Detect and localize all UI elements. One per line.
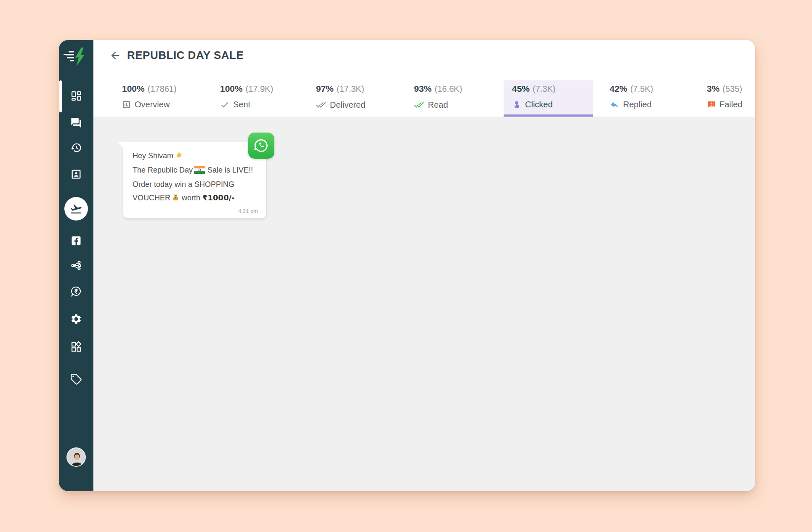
tab-failed[interactable]: 3%(535) Failed	[698, 80, 755, 117]
clicked-tap-icon	[512, 100, 521, 109]
main-panel: REPUBLIC DAY SALE 100%(17861) Overview 1…	[93, 40, 755, 491]
tab-read[interactable]: 93%(16.6K) Read	[406, 80, 495, 117]
tab-label-text: Overview	[135, 100, 170, 109]
overview-count: (17861)	[148, 83, 177, 94]
delivered-percent: 97%	[316, 83, 334, 94]
replied-arrow-icon	[610, 100, 619, 109]
sidebar-item-tags[interactable]	[67, 370, 85, 388]
tab-label-text: Failed	[719, 100, 742, 109]
failed-alert-icon	[707, 100, 716, 109]
sidebar	[59, 40, 93, 491]
sent-count: (17.9K)	[246, 83, 273, 94]
clicked-percent: 45%	[512, 83, 530, 94]
stats-tab-bar: 100%(17861) Overview 100%(17.9K) Sent 97…	[93, 80, 755, 117]
message-line-2: The Republic DaySale is LIVE!!	[133, 164, 258, 178]
facebook-icon	[70, 235, 82, 247]
whatsapp-message-preview: Hey Shivam The Republic DaySale is LIVE!…	[123, 142, 266, 218]
failed-count: (535)	[722, 83, 742, 94]
tab-label-text: Replied	[623, 100, 652, 109]
sidebar-item-integrations[interactable]	[67, 256, 85, 275]
back-button[interactable]	[106, 46, 125, 65]
sidebar-item-conversations[interactable]	[67, 114, 85, 132]
app-window: REPUBLIC DAY SALE 100%(17861) Overview 1…	[59, 40, 755, 491]
sent-check-icon	[220, 100, 229, 109]
whatsapp-logo-icon	[248, 133, 274, 159]
delivered-double-check-icon	[316, 100, 326, 110]
dashboard-icon	[70, 90, 82, 102]
sidebar-item-settings[interactable]	[67, 310, 85, 328]
message-line-4: VOUCHER$worth ₹1000/-	[133, 191, 258, 206]
flight-takeoff-icon	[70, 202, 82, 215]
sidebar-item-campaigns[interactable]	[64, 197, 88, 221]
tab-label-text: Clicked	[525, 100, 553, 109]
message-timestamp: 4:31 pm	[133, 208, 258, 214]
rupee-chat-icon	[70, 285, 82, 297]
money-bag-emoji: $	[172, 193, 180, 206]
message-line-3: Order today win a SHOPPING	[133, 178, 258, 191]
tab-replied[interactable]: 42%(7.5K) Replied	[601, 80, 690, 117]
sidebar-item-history[interactable]	[67, 138, 85, 157]
tab-label-text: Delivered	[330, 100, 365, 110]
page-title: REPUBLIC DAY SALE	[127, 49, 244, 62]
message-line-1: Hey Shivam	[133, 149, 258, 164]
user-avatar[interactable]	[66, 447, 86, 467]
tab-label-text: Sent	[233, 100, 250, 109]
sidebar-scroll-indicator	[59, 80, 62, 112]
aisensy-flash-logo-icon	[63, 47, 90, 67]
replied-percent: 42%	[610, 83, 627, 94]
failed-percent: 3%	[707, 83, 719, 94]
delivered-count: (17.3K)	[337, 83, 364, 94]
read-percent: 93%	[414, 83, 432, 94]
user-photo	[67, 448, 86, 467]
header: REPUBLIC DAY SALE	[93, 40, 755, 80]
sidebar-item-facebook[interactable]	[67, 231, 85, 250]
tab-overview[interactable]: 100%(17861) Overview	[114, 80, 203, 117]
tag-icon	[70, 373, 82, 385]
read-count: (16.6K)	[435, 83, 462, 94]
contact-card-icon	[70, 168, 82, 180]
india-flag-emoji	[194, 165, 205, 178]
tab-delivered[interactable]: 97%(17.3K) Delivered	[308, 80, 397, 117]
voucher-amount: ₹1000/-	[202, 193, 235, 202]
replied-count: (7.5K)	[630, 83, 653, 94]
overview-percent: 100%	[122, 83, 145, 94]
sent-percent: 100%	[220, 83, 243, 94]
sidebar-item-payments[interactable]	[67, 282, 85, 301]
widgets-icon	[70, 341, 82, 353]
chat-bubbles-icon	[70, 117, 82, 129]
tab-sent[interactable]: 100%(17.9K) Sent	[212, 80, 301, 117]
gear-icon	[70, 313, 82, 325]
back-arrow-icon	[109, 50, 121, 61]
sidebar-item-contacts[interactable]	[67, 165, 85, 184]
clicked-count: (7.3K)	[533, 83, 555, 94]
sidebar-item-dashboard[interactable]	[67, 87, 85, 105]
tab-label-text: Read	[428, 100, 448, 110]
screenshot-stage: REPUBLIC DAY SALE 100%(17861) Overview 1…	[0, 0, 812, 532]
overview-chart-icon	[122, 100, 131, 109]
campaign-content-area: Hey Shivam The Republic DaySale is LIVE!…	[93, 117, 755, 491]
history-clock-icon	[70, 142, 82, 154]
read-double-check-icon	[414, 100, 424, 110]
waving-hand-emoji	[175, 151, 183, 164]
hub-network-icon	[70, 260, 82, 271]
tab-clicked[interactable]: 45%(7.3K) Clicked	[504, 80, 593, 117]
sidebar-item-apps[interactable]	[67, 338, 85, 356]
